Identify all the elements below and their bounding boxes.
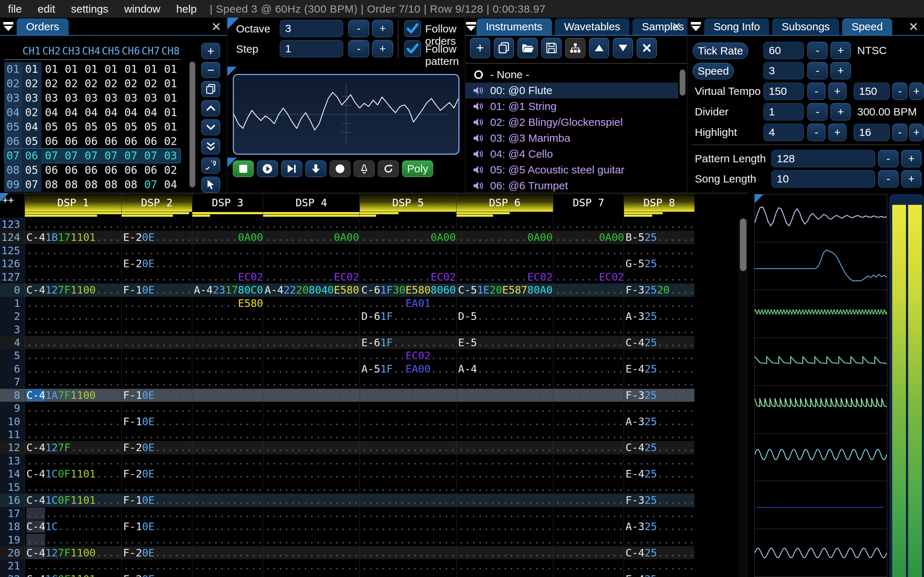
pattern-cell[interactable]: C-41A7F1100.... <box>24 389 121 402</box>
tick-rate-decrease[interactable]: - <box>808 42 828 59</box>
order-cell[interactable]: 01 <box>42 62 61 76</box>
menu-window[interactable]: window <box>116 3 168 15</box>
pattern-cell[interactable]: ........... <box>553 310 624 323</box>
pattern-cell[interactable]: ........... <box>553 402 624 415</box>
order-add-button[interactable]: + <box>201 43 220 59</box>
pattern-cell[interactable]: ............... <box>456 507 553 520</box>
poly-toggle-button[interactable]: Poly <box>402 161 433 177</box>
tick-rate-increase[interactable]: + <box>830 42 851 59</box>
collapse-icon[interactable] <box>0 18 16 35</box>
pattern-cell[interactable]: ............... <box>263 376 360 388</box>
pattern-cell[interactable]: G-525...... <box>624 257 695 270</box>
order-cell[interactable]: 07 <box>81 148 101 163</box>
pattern-cell[interactable]: ............... <box>360 520 456 533</box>
channel-header-dsp-6[interactable]: DSP 6 <box>456 193 553 217</box>
order-cell[interactable]: 07 <box>141 177 161 192</box>
pattern-cell[interactable]: ........... <box>192 559 263 572</box>
pattern-cell[interactable]: A-51F..EA00.... <box>360 363 456 376</box>
pattern-cell[interactable]: ............... <box>456 349 553 362</box>
pattern-cell[interactable]: ........... <box>553 376 624 388</box>
pattern-cell[interactable]: E-61F.......... <box>360 336 456 349</box>
pattern-cell[interactable]: ........... <box>624 297 695 310</box>
highlight-first-input[interactable]: 4 <box>763 124 804 141</box>
order-deep-clone-button[interactable] <box>201 158 220 174</box>
instrument-move-down-button[interactable] <box>613 38 633 58</box>
instrument-item[interactable]: 00: @0 Flute <box>465 82 678 98</box>
pattern-cell[interactable]: ............... <box>360 402 456 415</box>
pattern-cell[interactable]: ............... <box>24 559 121 572</box>
pattern-cell[interactable]: ...........0A00 <box>456 231 553 244</box>
pattern-cell[interactable]: ............... <box>263 559 360 572</box>
order-row[interactable]: 060506060606060602 <box>4 134 181 148</box>
pattern-cell[interactable]: ............... <box>24 336 121 349</box>
pattern-cell[interactable]: ............... <box>360 507 456 520</box>
order-row[interactable]: 010101010101010101 <box>4 62 181 76</box>
pattern-cell[interactable]: ........... <box>192 415 263 428</box>
order-cell[interactable]: 08 <box>121 177 141 192</box>
order-cell[interactable]: 02 <box>101 76 121 91</box>
pattern-cell[interactable]: C-425...... <box>624 441 695 454</box>
pattern-cell[interactable]: ........... <box>192 494 263 507</box>
pattern-cell[interactable]: ........... <box>553 284 624 297</box>
pattern-cell[interactable]: ........... <box>553 441 624 454</box>
menu-edit[interactable]: edit <box>30 3 63 15</box>
pattern-cell[interactable]: ........... <box>624 271 695 284</box>
pattern-cell[interactable]: ........... <box>121 363 192 376</box>
pattern-cell[interactable]: ........... <box>624 455 695 467</box>
pattern-cell[interactable]: ........... <box>553 257 624 270</box>
order-remove-button[interactable]: − <box>201 62 220 78</box>
virtual-tempo-num-decrease[interactable]: - <box>808 82 825 100</box>
order-cell[interactable]: 02 <box>81 76 101 91</box>
order-double-down-button[interactable] <box>201 139 220 154</box>
pattern-cell[interactable]: ........... <box>192 323 263 336</box>
order-cell[interactable]: 06 <box>141 134 161 148</box>
order-cell[interactable]: 03 <box>42 91 61 105</box>
pattern-cell[interactable]: ............... <box>360 257 456 270</box>
pattern-cell[interactable]: ........... <box>121 376 192 388</box>
pattern-cell[interactable]: ............... <box>263 455 360 467</box>
order-cell[interactable]: 07 <box>22 177 42 192</box>
pattern-cell[interactable]: C-425...... <box>624 546 695 559</box>
order-cell[interactable]: 01 <box>81 62 101 76</box>
pattern-cell[interactable]: ........... <box>192 428 263 441</box>
pattern-cell[interactable]: ............... <box>24 349 121 362</box>
pattern-cell[interactable]: ........... <box>553 467 624 480</box>
order-select-button[interactable] <box>201 177 220 193</box>
virtual-tempo-denominator[interactable]: 150 <box>854 82 890 100</box>
channel-header-dsp-2[interactable]: DSP 2 <box>121 193 192 217</box>
order-row[interactable]: 030303030303030301 <box>4 91 181 105</box>
pattern-cell[interactable]: A-4231780C0 <box>192 284 263 297</box>
order-cell[interactable]: 07 <box>42 148 61 163</box>
menu-settings[interactable]: settings <box>63 3 116 15</box>
pattern-cell[interactable]: ............... <box>360 546 456 559</box>
pattern-cell[interactable]: A-422208040E580 <box>263 284 360 297</box>
order-cell[interactable]: 08 <box>81 177 101 192</box>
order-cell[interactable]: 01 <box>121 62 141 76</box>
pattern-cell[interactable]: ............... <box>263 257 360 270</box>
pattern-cell[interactable]: ........... <box>121 481 192 494</box>
instrument-item[interactable]: 02: @2 Blingy/Glockenspiel <box>465 114 678 130</box>
instrument-duplicate-button[interactable] <box>494 38 514 58</box>
pattern-cell[interactable]: D-5............ <box>456 310 553 323</box>
order-cell[interactable]: 06 <box>81 134 101 148</box>
pattern-cell[interactable]: F-20E...... <box>121 441 192 454</box>
song-length-input[interactable]: 10 <box>771 170 875 187</box>
pattern-cell[interactable]: ............... <box>263 349 360 362</box>
pattern-cell[interactable]: ............... <box>456 455 553 467</box>
order-cell[interactable]: 01 <box>161 105 181 120</box>
pattern-cell[interactable]: ........... <box>192 546 263 559</box>
instrument-open-button[interactable] <box>518 38 538 58</box>
orders-scrollbar[interactable] <box>189 61 195 189</box>
pattern-cell[interactable]: ............... <box>360 428 456 441</box>
pattern-cell[interactable]: .......0A00 <box>192 231 263 244</box>
pattern-cell[interactable]: F-20E...... <box>121 467 192 480</box>
order-row[interactable]: 020202020202020201 <box>4 76 181 91</box>
order-cell[interactable]: 04 <box>121 105 141 120</box>
pattern-cell[interactable]: ............... <box>24 428 121 441</box>
pattern-cell[interactable]: ............... <box>360 559 456 572</box>
order-row[interactable]: 070607070707070703 <box>4 148 181 163</box>
pattern-cell[interactable]: ............... <box>263 428 360 441</box>
pattern-cell[interactable]: ........... <box>553 428 624 441</box>
speed-button[interactable]: Speed <box>693 63 734 79</box>
pattern-cell[interactable]: ........... <box>192 402 263 415</box>
